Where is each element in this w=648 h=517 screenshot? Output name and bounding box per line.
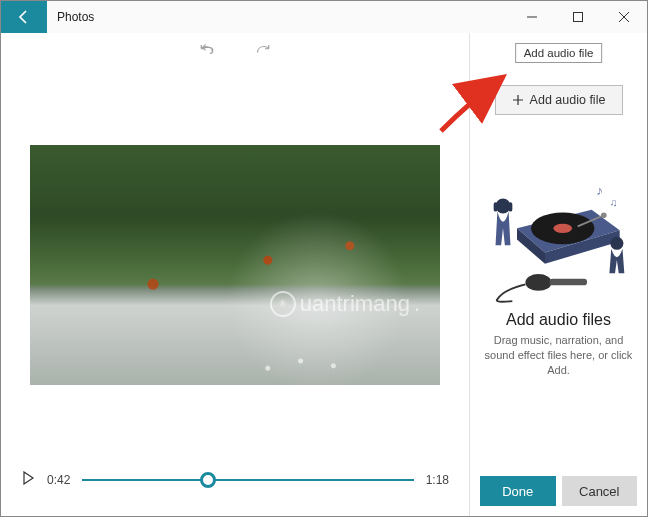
play-button[interactable] [21,471,35,489]
window-controls [509,1,647,33]
svg-point-8 [601,212,607,218]
duration: 1:18 [426,473,449,487]
close-icon [619,12,629,22]
cancel-button[interactable]: Cancel [562,476,638,506]
svg-point-14 [610,237,623,250]
arrow-left-icon [16,9,32,25]
add-audio-tooltip: Add audio file [515,43,603,63]
minimize-icon [527,12,537,22]
panel-empty-state: Add audio files Drag music, narration, a… [480,311,637,378]
svg-rect-12 [493,202,497,211]
svg-point-15 [525,274,551,291]
add-audio-file-button[interactable]: Add audio file [495,85,623,115]
panel-empty-title: Add audio files [480,311,637,329]
audio-panel: Custom audio Add audio file Add audio fi… [469,33,647,516]
undo-button[interactable] [199,42,217,64]
watermark-logo-icon [270,291,296,317]
undo-redo-row [13,33,457,73]
plus-icon [512,94,524,106]
undo-icon [199,42,217,60]
panel-header: Custom audio Add audio file [480,41,637,59]
minimize-button[interactable] [509,1,555,33]
svg-text:♫: ♫ [609,197,617,208]
add-audio-file-label: Add audio file [530,93,606,107]
play-icon [21,471,35,485]
seek-track [82,479,413,481]
title-bar: Photos [1,1,647,33]
turntable-illustration-icon: ♪ ♫ [484,163,634,303]
done-button[interactable]: Done [480,476,556,506]
svg-rect-1 [574,13,583,22]
back-button[interactable] [1,1,47,33]
svg-text:♪: ♪ [596,183,603,198]
panel-empty-subtitle: Drag music, narration, and sound effect … [480,333,637,378]
maximize-button[interactable] [555,1,601,33]
svg-rect-13 [508,202,512,211]
video-preview-wrap: uantrimang. [13,73,457,456]
playback-controls: 0:42 1:18 [13,456,457,504]
seek-thumb[interactable] [200,472,216,488]
watermark: uantrimang. [270,291,420,317]
editor-area: uantrimang. 0:42 1:18 [1,33,469,516]
close-button[interactable] [601,1,647,33]
seek-slider[interactable] [82,470,413,490]
svg-point-11 [495,198,510,213]
svg-point-6 [553,224,572,233]
app-title: Photos [47,1,94,33]
maximize-icon [573,12,583,22]
watermark-text: uantrimang [300,291,410,317]
panel-footer: Done Cancel [480,476,637,506]
current-time: 0:42 [47,473,70,487]
video-preview[interactable]: uantrimang. [30,145,440,385]
svg-rect-16 [549,279,586,286]
audio-illustration: ♪ ♫ [480,163,637,303]
redo-icon [253,42,271,60]
redo-button[interactable] [253,42,271,64]
